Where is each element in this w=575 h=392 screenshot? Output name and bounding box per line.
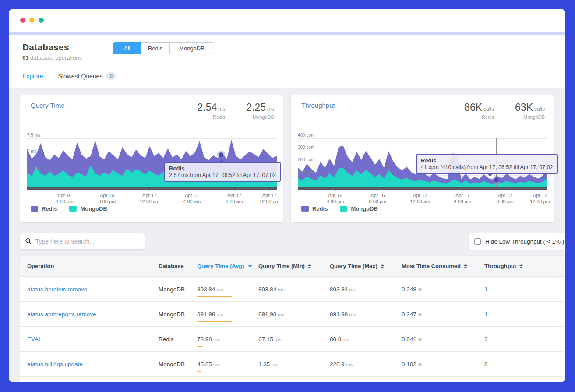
page-title: Databases — [22, 42, 69, 53]
table-row[interactable]: atatus.apmreports.remove MongoDB 891.98m… — [20, 302, 565, 327]
sort-icon — [464, 264, 467, 268]
database-filter-segmented-control: All Redis MongoDB — [113, 42, 214, 54]
throughput-card: Throughput 86Kcalls Redis 63Kcalls Mongo… — [291, 95, 554, 222]
column-query-time-max[interactable]: Query Time (Max) — [330, 263, 402, 269]
hide-low-throughput-label: Hide Low Throughput ( < 1% ) — [485, 238, 564, 245]
hover-marker — [219, 152, 223, 157]
operation-link[interactable]: atatus.apmreports.remove — [27, 311, 96, 318]
filter-mongodb-button[interactable]: MongoDB — [170, 42, 214, 54]
sort-icon — [381, 264, 384, 268]
x-axis-label: Apr 168:00 pm — [358, 192, 397, 205]
consumed-cell: 0.247% — [402, 310, 422, 318]
max-cell: 893.84ms — [330, 285, 402, 293]
table-row[interactable]: atatus.herokus.remove MongoDB 893.84ms 8… — [20, 277, 565, 302]
legend-redis: Redis — [31, 205, 57, 212]
throughput-mongodb-stat: 63Kcalls MongoDB — [515, 102, 545, 120]
operation-link[interactable]: EVAL — [27, 336, 42, 343]
minimize-window-icon[interactable] — [29, 18, 35, 23]
throughput-card-title: Throughput — [301, 102, 335, 120]
operation-count: 61 — [22, 54, 28, 61]
search-icon — [25, 238, 32, 244]
throughput-cell: 8 — [484, 361, 565, 367]
throughput-tooltip: Redis 41 cpm (410 calls) from Apr 17, 06… — [416, 154, 558, 174]
table-header-row: Operation Database Query Time (Avg) Quer… — [20, 256, 565, 277]
max-cell: 220.9ms — [330, 360, 402, 368]
database-cell: MongoDB — [159, 361, 197, 367]
max-cell: 891.98ms — [330, 310, 402, 318]
query-time-card-title: Query Time — [31, 102, 65, 120]
table-row[interactable]: EVAL Redis 73.98ms 67.15ms 80.8ms 0.041%… — [20, 327, 565, 352]
x-axis-label: Apr 1712:00 am — [130, 192, 169, 205]
legend-mongodb: MongoDB — [69, 205, 107, 212]
x-axis-label: Apr 174:00 am — [443, 192, 482, 205]
hide-low-throughput-control[interactable]: Hide Low Throughput ( < 1% ) — [469, 233, 565, 250]
throughput-redis-stat: 86Kcalls Redis — [464, 102, 494, 120]
query-time-card: Query Time 2.54ms Redis 2.25ms MongoDB 7… — [20, 95, 283, 222]
avg-bar — [197, 346, 203, 347]
app-window: Databases 61 database operations All Red… — [9, 9, 565, 382]
close-window-icon[interactable] — [20, 18, 25, 23]
column-throughput[interactable]: Throughput — [484, 263, 565, 269]
mongodb-swatch-icon — [69, 206, 77, 212]
maximize-window-icon[interactable] — [39, 18, 44, 23]
x-axis-label: Apr 1712:00 am — [400, 192, 440, 205]
sort-icon — [519, 264, 523, 268]
query-time-tooltip: Redis 2.57 ms from Apr 17, 06:52 till Ap… — [164, 162, 281, 182]
tab-bar: Explore Slowest Queries0 — [22, 69, 131, 83]
x-axis-label: Apr 178:00 am — [215, 192, 254, 205]
avg-bar — [197, 296, 232, 297]
x-tick — [234, 190, 235, 191]
table-row[interactable]: atatus.billings.update MongoDB 45.85ms 1… — [20, 352, 565, 377]
page-content: Query Time 2.54ms Redis 2.25ms MongoDB 7… — [9, 88, 565, 382]
column-query-time-min[interactable]: Query Time (Min) — [258, 263, 330, 269]
filter-redis-button[interactable]: Redis — [141, 42, 170, 54]
min-cell: 893.84ms — [258, 285, 330, 293]
tab-slowest-queries[interactable]: Slowest Queries0 — [58, 69, 116, 83]
sort-icon — [308, 264, 311, 268]
page-subtitle: 61 database operations — [22, 54, 82, 61]
x-axis-label: Apr 164:00 pm — [316, 192, 355, 205]
max-cell: 80.8ms — [330, 335, 402, 343]
consumed-bar — [402, 296, 402, 297]
throughput-cell: 1 — [484, 311, 565, 318]
database-cell: Redis — [159, 336, 197, 343]
sort-desc-icon — [248, 265, 252, 268]
consumed-bar — [402, 321, 402, 322]
database-cell: MongoDB — [159, 311, 197, 318]
operation-link[interactable]: atatus.billings.update — [27, 361, 83, 367]
filter-all-button[interactable]: All — [113, 42, 141, 54]
avg-bar — [197, 371, 201, 372]
column-query-time-avg[interactable]: Query Time (Avg) — [197, 263, 258, 269]
x-tick — [420, 190, 420, 191]
slowest-queries-count-badge: 0 — [106, 72, 116, 80]
y-axis-label: 100 cpm — [298, 170, 314, 174]
column-operation[interactable]: Operation — [27, 263, 159, 269]
min-cell: 1.35ms — [258, 360, 330, 368]
consumed-bar — [402, 371, 402, 372]
throughput-legend: Redis MongoDB — [301, 205, 390, 212]
tab-explore[interactable]: Explore — [22, 69, 43, 83]
x-axis-label: Apr 1712:00 pm — [520, 192, 560, 205]
x-axis-label: Apr 174:00 am — [172, 192, 212, 205]
mongodb-swatch-icon — [340, 206, 347, 212]
y-axis-label: 5 ms — [27, 149, 37, 154]
hide-low-throughput-checkbox[interactable] — [474, 238, 481, 245]
operation-count-suffix: database operations — [28, 54, 81, 61]
operation-link[interactable]: atatus.herokus.remove — [27, 286, 87, 293]
column-most-time-consumed[interactable]: Most Time Consumed — [402, 263, 484, 269]
hover-marker — [494, 177, 499, 182]
x-axis-label: Apr 164:00 pm — [45, 192, 85, 205]
search-input[interactable] — [35, 238, 139, 245]
consumed-cell: 0.102% — [402, 360, 422, 368]
x-tick — [192, 190, 192, 191]
min-cell: 891.98ms — [258, 310, 330, 318]
y-axis-label: 400 cpm — [298, 133, 314, 138]
x-tick — [65, 190, 65, 191]
column-database[interactable]: Database — [159, 263, 197, 269]
consumed-cell: 0.041% — [402, 335, 422, 343]
legend-redis: Redis — [301, 205, 328, 212]
throughput-cell: 2 — [484, 336, 565, 343]
avg-cell: 893.84ms — [197, 285, 223, 293]
x-tick — [107, 190, 107, 191]
avg-cell: 73.98ms — [197, 335, 220, 343]
